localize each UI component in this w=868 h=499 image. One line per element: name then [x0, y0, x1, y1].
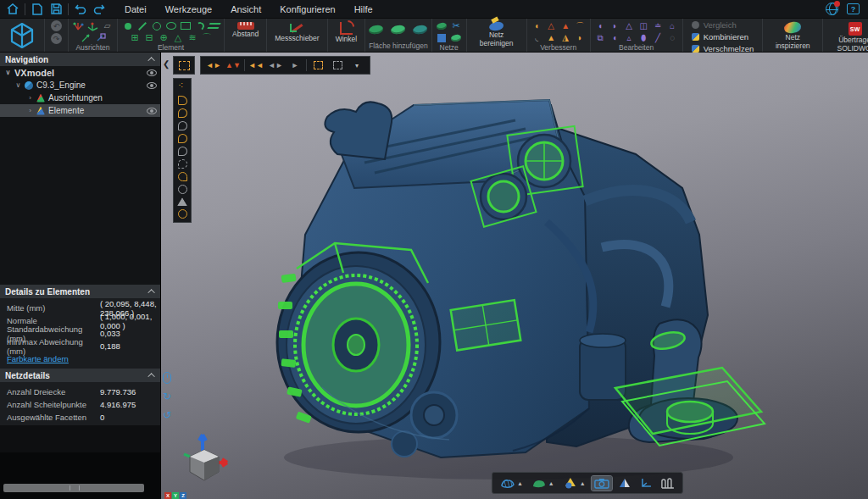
redo-icon[interactable] [92, 3, 106, 16]
edit-triangle-icon[interactable]: △ [623, 20, 636, 31]
rotate-cw-icon[interactable]: ↻ [163, 391, 171, 402]
mesh-details-header[interactable]: Netzdetails [0, 369, 160, 382]
mesh-display-caret[interactable]: ▲ [517, 480, 523, 486]
navigation-cube[interactable] [175, 423, 234, 491]
vergleich-option[interactable]: Vergleich [692, 20, 754, 30]
menu-datei[interactable]: Datei [117, 2, 154, 17]
element-rectangle-icon[interactable] [179, 20, 192, 31]
netz-inspizieren-button[interactable]: Netz inspizieren [766, 20, 819, 51]
tree-item-ausrichtungen[interactable]: › Ausrichtungen [0, 91, 160, 104]
collapse-mesh-details-icon[interactable] [147, 373, 154, 380]
select-through-icon[interactable]: ◄► [205, 58, 222, 72]
undo-icon[interactable] [74, 3, 87, 16]
winkel-button[interactable]: Winkel [331, 20, 362, 44]
uebertragen-solidworks-button[interactable]: SW ▼ Übertragen an SOLIDWORKS [826, 20, 868, 53]
improve-defeature-icon[interactable]: △ [545, 20, 558, 31]
improve-hole-icon[interactable]: ◗ [574, 32, 587, 43]
align-plane-icon[interactable]: ▱ [101, 20, 114, 31]
camera-view-button[interactable] [592, 476, 612, 491]
triangle-select-icon[interactable] [177, 197, 187, 206]
mesh-check-icon[interactable] [450, 32, 463, 43]
new-file-icon[interactable] [31, 3, 44, 16]
menu-ansicht[interactable]: Ansicht [223, 2, 269, 17]
blob-select-icon[interactable] [178, 209, 187, 219]
add-surface-hole-icon[interactable] [391, 25, 406, 35]
expander-icon[interactable]: ∨ [15, 81, 21, 89]
add-surface-patch-icon[interactable] [413, 25, 428, 35]
edit-cap-icon[interactable]: ⌂ [666, 20, 679, 31]
circle-select-icon[interactable] [178, 185, 187, 194]
flip-normals-button[interactable] [615, 476, 634, 491]
edit-lasso-icon[interactable]: ◌ [666, 32, 679, 43]
smart-select-icon[interactable] [178, 159, 187, 169]
menu-werkzeuge[interactable]: Werkzeuge [158, 2, 220, 17]
mesh-square-icon[interactable] [436, 32, 448, 43]
mouse-hint-icon[interactable] [163, 372, 171, 384]
selection-rectangle-button[interactable] [173, 56, 195, 75]
sidebar-horizontal-scrollbar[interactable] [3, 484, 144, 492]
abstand-button[interactable]: Abstand [228, 20, 263, 39]
edit-patch-icon[interactable]: ◗ [609, 20, 621, 31]
element-details-header[interactable]: Details zu Elementen [0, 285, 160, 298]
grow-selection-icon[interactable]: ◄◄ [248, 58, 264, 72]
polygon-select-icon[interactable] [178, 121, 187, 130]
mesh-cut-icon[interactable]: ✂ [450, 20, 463, 31]
mesh-display-button[interactable]: ▲ [498, 476, 526, 491]
expander-icon[interactable]: › [27, 94, 33, 102]
align-target-icon[interactable] [94, 32, 107, 43]
ribbon-redo-icon[interactable]: ↷ [51, 33, 62, 44]
tree-item-elemente[interactable]: › Elemente [0, 104, 160, 117]
home-icon[interactable] [6, 3, 19, 16]
show-axes-button[interactable] [637, 476, 655, 491]
edit-tri2-icon[interactable]: ▵ [623, 32, 636, 43]
engine-3d-model[interactable] [161, 53, 868, 499]
curvature-select-icon[interactable] [178, 172, 187, 181]
collapse-navigation-icon[interactable] [147, 57, 154, 64]
invert-selection-icon[interactable]: ► [287, 58, 303, 72]
edit-level-icon[interactable]: ≐ [652, 20, 665, 31]
element-point-icon[interactable] [121, 20, 134, 31]
plane-select-icon[interactable] [178, 147, 187, 156]
brush-select-icon[interactable] [177, 82, 187, 92]
connected-select-icon[interactable] [178, 134, 187, 143]
select-all-icon[interactable] [309, 58, 326, 72]
visibility-eye-icon[interactable] [147, 69, 157, 76]
save-icon[interactable] [49, 3, 63, 16]
online-status-icon[interactable] [826, 3, 838, 15]
ribbon-undo-icon[interactable]: ↶ [51, 20, 62, 31]
visibility-eye-icon[interactable] [147, 108, 157, 114]
improve-fill-icon[interactable]: ◖ [531, 20, 543, 31]
kombinieren-option[interactable]: Kombinieren [692, 32, 754, 42]
expander-icon[interactable]: › [27, 107, 33, 114]
element-cone-icon[interactable]: △ [172, 32, 185, 43]
select-none-icon[interactable] [329, 58, 346, 72]
tree-item-vxmodel[interactable]: ∨ VXmodel [0, 66, 160, 79]
edit-mirror-icon[interactable]: ◫ [637, 20, 650, 31]
element-display-button[interactable]: ▲ [560, 475, 588, 491]
element-curve-icon[interactable]: ⌒ [201, 32, 214, 43]
element-circle-icon[interactable] [150, 20, 163, 31]
element-polyline-icon[interactable] [208, 20, 220, 31]
messschieber-button[interactable]: Messschieber [270, 20, 323, 43]
edit-copy-icon[interactable]: ⧉ [594, 32, 607, 43]
improve-fillet-icon[interactable]: ◟ [531, 32, 543, 43]
surface-display-caret[interactable]: ▲ [548, 480, 554, 486]
element-cylinder-icon[interactable]: ⊟ [143, 32, 156, 43]
align-frame-icon[interactable] [86, 20, 99, 31]
help-chat-icon[interactable]: ? [847, 3, 860, 14]
edit-pen-icon[interactable]: ╱ [652, 32, 665, 43]
mesh-sample-icon[interactable] [436, 20, 448, 31]
lasso-select-icon[interactable] [178, 108, 187, 118]
add-surface-icon[interactable] [369, 25, 384, 35]
rotate-ccw-icon[interactable]: ↺ [163, 409, 171, 421]
element-line-icon[interactable] [136, 20, 148, 31]
selection-options-caret[interactable]: ▾ [348, 58, 365, 72]
edit-blob-icon[interactable]: ◖ [609, 32, 621, 43]
element-arc-icon[interactable] [193, 20, 206, 31]
improve-decimate-icon[interactable]: ▲ [559, 20, 572, 31]
select-visible-icon[interactable]: ▲▼ [225, 58, 242, 72]
element-display-caret[interactable]: ▲ [580, 480, 586, 486]
improve-smooth-icon[interactable]: ▲ [545, 32, 558, 43]
element-plane-grid-icon[interactable]: ⊞ [129, 32, 142, 43]
menu-konfigurieren[interactable]: Konfigurieren [272, 2, 342, 17]
